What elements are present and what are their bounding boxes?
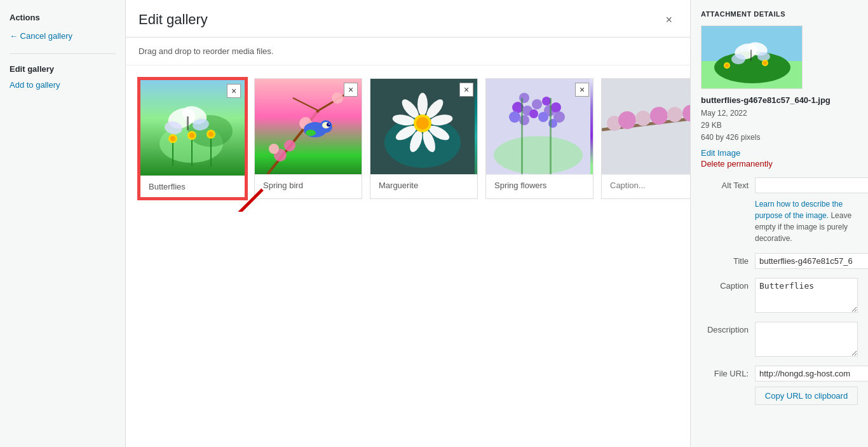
svg-point-51 <box>509 111 520 123</box>
caption-marguerite-input[interactable] <box>376 179 472 192</box>
svg-rect-13 <box>210 136 212 167</box>
file-url-row: File URL: <box>701 366 858 382</box>
svg-point-78 <box>731 54 745 64</box>
svg-point-85 <box>763 61 767 65</box>
svg-marker-31 <box>332 125 336 127</box>
remove-spring-flowers-button[interactable]: × <box>575 83 589 97</box>
svg-point-55 <box>542 97 551 106</box>
title-input[interactable] <box>755 253 868 269</box>
svg-line-18 <box>293 98 318 111</box>
actions-title: Actions <box>10 13 116 22</box>
description-label: Description <box>701 322 755 334</box>
svg-rect-62 <box>550 98 552 174</box>
close-button[interactable]: × <box>660 11 677 28</box>
gallery-item-butterflies[interactable]: × <box>139 78 247 199</box>
remove-butterflies-button[interactable]: × <box>227 84 241 98</box>
svg-rect-10 <box>191 137 193 166</box>
drag-hint: Drag and drop to reorder media files. <box>126 38 690 65</box>
svg-rect-71 <box>602 79 690 174</box>
alt-text-label: Alt Text <box>701 177 755 190</box>
svg-point-58 <box>551 102 561 113</box>
svg-point-24 <box>332 92 343 104</box>
alt-text-input[interactable] <box>755 177 868 193</box>
arrow-indicator <box>215 183 272 212</box>
cancel-gallery-link[interactable]: ← Cancel gallery <box>10 31 116 41</box>
svg-rect-6 <box>187 116 189 130</box>
gallery-grid: × <box>126 65 690 212</box>
gallery-item-spring-bird[interactable]: × <box>254 78 362 199</box>
svg-point-80 <box>757 52 770 61</box>
gallery-item-caption[interactable]: × <box>601 78 690 199</box>
svg-point-15 <box>208 132 214 137</box>
svg-point-83 <box>725 64 729 67</box>
copy-url-button[interactable]: Copy URL to clipboard <box>755 387 858 405</box>
svg-point-45 <box>416 117 429 130</box>
caption-spring-flowers <box>486 174 593 196</box>
attachment-details-title: ATTACHMENT DETAILS <box>701 10 858 18</box>
delete-permanently-link[interactable]: Delete permanently <box>701 159 858 168</box>
add-to-gallery-link[interactable]: Add to gallery <box>10 80 60 90</box>
svg-point-35 <box>417 93 428 116</box>
caption-row: Caption Butterflies <box>701 278 858 313</box>
svg-line-73 <box>227 189 262 212</box>
svg-point-12 <box>189 133 194 138</box>
svg-point-23 <box>310 112 320 122</box>
description-row: Description <box>701 322 858 357</box>
sidebar-divider <box>10 53 116 54</box>
svg-point-53 <box>529 109 538 118</box>
caption-label: Caption <box>701 278 755 291</box>
svg-point-32 <box>306 130 316 136</box>
main-header: Edit gallery × <box>126 0 690 38</box>
caption-field <box>602 174 690 196</box>
svg-point-9 <box>170 136 175 141</box>
sidebar: Actions ← Cancel gallery Edit gallery Ad… <box>0 0 126 447</box>
svg-point-47 <box>494 136 583 174</box>
attachment-thumbnail <box>701 25 803 89</box>
svg-point-29 <box>327 123 330 127</box>
attachment-filename: butterflies-g467e81c57_640-1.jpg <box>701 95 858 105</box>
description-textarea[interactable] <box>755 322 858 357</box>
svg-point-30 <box>329 123 330 125</box>
remove-spring-bird-button[interactable]: × <box>344 83 358 97</box>
caption-textarea[interactable]: Butterflies <box>755 278 858 313</box>
gallery-image-caption <box>602 79 690 174</box>
svg-point-57 <box>538 112 548 122</box>
caption-input[interactable] <box>607 179 690 192</box>
gallery-item-spring-flowers[interactable]: × <box>485 78 593 199</box>
svg-rect-81 <box>750 50 752 61</box>
caption-marguerite <box>370 174 477 196</box>
svg-point-54 <box>532 99 542 109</box>
file-url-input[interactable] <box>755 366 868 382</box>
attachment-date: May 12, 2022 29 KB 640 by 426 pixels <box>701 107 858 144</box>
right-panel: ATTACHMENT DETAILS <box>690 0 868 447</box>
svg-rect-7 <box>172 141 173 166</box>
file-url-label: File URL: <box>701 366 755 378</box>
alt-text-section: Alt Text Learn how to describe the purpo… <box>701 177 858 244</box>
main-content: Edit gallery × Drag and drop to reorder … <box>126 0 690 447</box>
svg-point-21 <box>284 140 295 151</box>
modal-overlay: Actions ← Cancel gallery Edit gallery Ad… <box>0 0 868 447</box>
caption-spring-bird-input[interactable] <box>260 179 356 192</box>
edit-gallery-modal: Actions ← Cancel gallery Edit gallery Ad… <box>0 0 868 447</box>
gallery-item-marguerite[interactable]: × <box>370 78 478 199</box>
title-label: Title <box>701 253 755 266</box>
svg-point-52 <box>519 115 529 125</box>
title-row: Title <box>701 253 858 269</box>
svg-point-48 <box>519 93 529 103</box>
alt-text-hint: Learn how to describe the purpose of the… <box>755 198 858 244</box>
edit-image-link[interactable]: Edit Image <box>701 148 858 158</box>
svg-point-20 <box>269 144 279 154</box>
caption-spring-flowers-input[interactable] <box>491 179 588 192</box>
remove-marguerite-button[interactable]: × <box>459 83 473 97</box>
edit-gallery-sidebar-title: Edit gallery <box>10 64 116 74</box>
svg-rect-61 <box>521 98 523 174</box>
page-title: Edit gallery <box>139 11 208 28</box>
